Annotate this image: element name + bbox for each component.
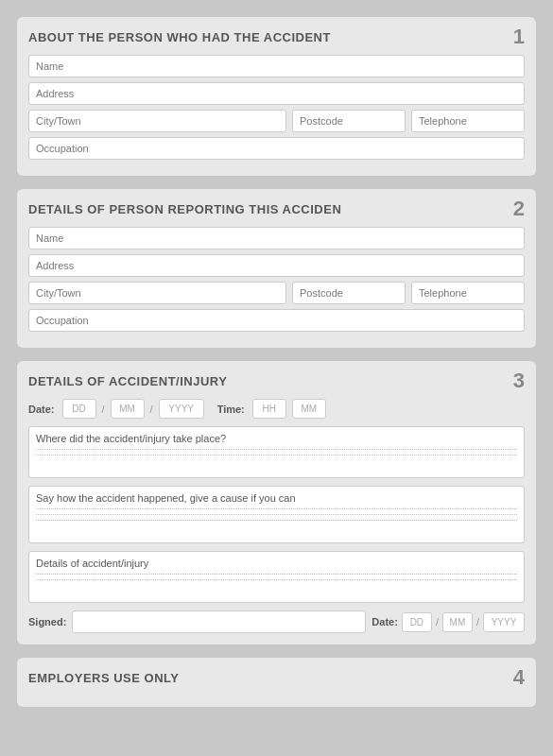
time-hh-field[interactable]: HH [252, 399, 286, 419]
signed-field[interactable] [72, 610, 366, 633]
telephone-field-1[interactable]: Telephone [411, 110, 525, 132]
signed-sep-2: / [476, 616, 479, 627]
section-3: DETAILS OF ACCIDENT/INJURY 3 Date: DD / … [17, 361, 536, 644]
address-field-1[interactable]: Address [28, 82, 525, 105]
how-line-3 [36, 520, 517, 521]
how-line-2 [36, 514, 517, 515]
section-3-header: DETAILS OF ACCIDENT/INJURY 3 [28, 370, 525, 391]
section-3-title: DETAILS OF ACCIDENT/INJURY [28, 374, 227, 388]
date-mm-field[interactable]: MM [111, 399, 145, 419]
section-4-title: EMPLOYERS USE ONLY [28, 671, 180, 685]
occupation-row-2: Occupation [28, 309, 525, 332]
signed-dd-field[interactable]: DD [402, 612, 432, 632]
details-input[interactable] [36, 585, 517, 598]
signed-mm-field[interactable]: MM [442, 612, 473, 632]
signed-date-label: Date: [372, 616, 398, 627]
section-4: EMPLOYERS USE ONLY 4 [17, 658, 536, 707]
section-1-number: 1 [513, 26, 525, 47]
where-label: Where did the accident/injury take place… [36, 433, 517, 444]
telephone-field-2[interactable]: Telephone [411, 282, 525, 304]
section-1-header: ABOUT THE PERSON WHO HAD THE ACCIDENT 1 [28, 26, 525, 47]
address-row-2: Address [28, 254, 525, 277]
section-1: ABOUT THE PERSON WHO HAD THE ACCIDENT 1 … [17, 17, 536, 176]
date-label: Date: [28, 404, 55, 415]
name-row-1: Name [28, 55, 525, 77]
date-time-row: Date: DD / MM / YYYY Time: HH MM [28, 399, 525, 419]
name-field-1[interactable]: Name [28, 55, 525, 77]
section-2-title: DETAILS OF PERSON REPORTING THIS ACCIDEN [28, 202, 341, 216]
date-yyyy-field[interactable]: YYYY [159, 399, 204, 419]
details-line-2 [36, 579, 517, 580]
city-row-1: City/Town Postcode Telephone [28, 110, 525, 132]
section-4-header: EMPLOYERS USE ONLY 4 [28, 667, 525, 688]
section-4-number: 4 [513, 667, 525, 688]
address-field-2[interactable]: Address [28, 254, 525, 277]
section-2-header: DETAILS OF PERSON REPORTING THIS ACCIDEN… [28, 198, 525, 219]
details-label: Details of accident/injury [36, 558, 517, 569]
signed-label: Signed: [28, 616, 66, 627]
how-accident-box: Say how the accident happened, give a ca… [28, 486, 525, 543]
details-line-1 [36, 574, 517, 575]
signed-yyyy-field[interactable]: YYYY [483, 612, 525, 632]
city-field-2[interactable]: City/Town [28, 282, 286, 304]
where-line-2 [36, 455, 517, 455]
section-2-number: 2 [513, 198, 525, 219]
where-line-1 [36, 449, 517, 450]
name-row-2: Name [28, 227, 525, 249]
occupation-field-1[interactable]: Occupation [28, 137, 525, 160]
how-label: Say how the accident happened, give a ca… [36, 492, 517, 504]
details-accident-box: Details of accident/injury [28, 551, 525, 603]
occupation-row-1: Occupation [28, 137, 525, 160]
city-field-1[interactable]: City/Town [28, 110, 286, 132]
occupation-field-2[interactable]: Occupation [28, 309, 525, 332]
signed-row: Signed: Date: DD / MM / YYYY [28, 610, 525, 633]
where-input[interactable] [36, 460, 517, 473]
time-mm-field[interactable]: MM [292, 399, 326, 419]
time-label: Time: [217, 404, 245, 415]
section-3-number: 3 [513, 370, 525, 391]
postcode-field-1[interactable]: Postcode [292, 110, 406, 132]
how-line-1 [36, 508, 517, 509]
where-accident-box: Where did the accident/injury take place… [28, 426, 525, 478]
city-row-2: City/Town Postcode Telephone [28, 282, 525, 304]
date-sep-1: / [102, 404, 105, 415]
date-dd-field[interactable]: DD [62, 399, 96, 419]
date-sep-2: / [150, 404, 153, 415]
section-2: DETAILS OF PERSON REPORTING THIS ACCIDEN… [17, 189, 536, 348]
how-input[interactable] [36, 525, 517, 539]
address-row-1: Address [28, 82, 525, 105]
section-1-title: ABOUT THE PERSON WHO HAD THE ACCIDENT [28, 30, 331, 44]
name-field-2[interactable]: Name [28, 227, 525, 249]
signed-sep-1: / [436, 616, 439, 627]
postcode-field-2[interactable]: Postcode [292, 282, 406, 304]
signed-date-inline: Date: DD / MM / YYYY [372, 612, 525, 632]
